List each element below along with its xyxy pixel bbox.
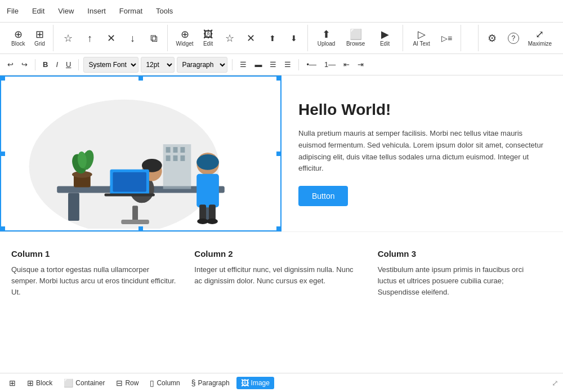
star-button[interactable]: ☆	[58, 31, 78, 46]
grid-button[interactable]: ⊞ Grid	[29, 27, 50, 49]
hero-text-block: Hello World! Nulla pretium mauris at sem…	[282, 75, 563, 231]
ai-text-label: AI Text	[413, 41, 430, 47]
status-layout-icon[interactable]: ⊞	[5, 377, 20, 389]
underline-button[interactable]: U	[63, 57, 74, 73]
workspace-illustration	[1, 77, 280, 229]
menu-edit[interactable]: Edit	[30, 5, 47, 17]
maximize-icon: ⤢	[535, 29, 544, 39]
bold-button[interactable]: B	[40, 57, 51, 73]
move-up-button[interactable]: ↑	[79, 31, 100, 46]
handle-mb[interactable]	[138, 226, 143, 231]
status-bar: ⊞ ⊞ Block ⬜ Container ⊟ Row ▯ Column § P…	[0, 373, 563, 392]
status-image[interactable]: 🖼 Image	[236, 377, 274, 389]
italic-button[interactable]: I	[53, 57, 61, 73]
media-edit-button[interactable]: ▶ Edit	[371, 27, 399, 49]
undo-button[interactable]: ↩	[5, 57, 16, 73]
svg-rect-11	[113, 172, 146, 192]
star-icon: ☆	[64, 33, 73, 43]
add-block-button[interactable]: ⊕ Block	[8, 27, 28, 49]
font-size-select[interactable]: 12pt	[141, 57, 175, 73]
handle-bl[interactable]	[1, 226, 5, 231]
content-inner: Hello World! Nulla pretium mauris at sem…	[0, 75, 563, 315]
svg-rect-5	[121, 220, 149, 224]
svg-rect-12	[105, 193, 155, 196]
handle-tr[interactable]	[276, 76, 281, 81]
duplicate-icon: ⧉	[150, 33, 158, 43]
svg-rect-28	[180, 147, 185, 153]
block-grid-group: ⊕ Block ⊞ Grid	[5, 25, 53, 51]
bullet-list-button[interactable]: •—	[303, 57, 319, 73]
handle-tl[interactable]	[1, 76, 5, 81]
handle-ml[interactable]	[1, 152, 5, 156]
grid-icon: ⊞	[35, 29, 44, 39]
outdent-button[interactable]: ⇤	[341, 57, 352, 73]
status-container-label: Container	[75, 379, 105, 387]
move-down-button[interactable]: ↓	[122, 31, 142, 46]
duplicate-button[interactable]: ⧉	[144, 31, 164, 46]
redo-button[interactable]: ↪	[19, 57, 30, 73]
menu-tools[interactable]: Tools	[154, 5, 175, 17]
close-button[interactable]: ✕	[101, 31, 121, 46]
column-2-body: Integer ut efficitur nunc, vel dignissim…	[194, 264, 359, 287]
align-left-button[interactable]: ☰	[237, 57, 249, 73]
align-center-button[interactable]: ▬	[252, 57, 265, 73]
handle-mr[interactable]	[276, 152, 281, 156]
hero-button[interactable]: Button	[298, 186, 348, 206]
ai-text-icon: ▷	[418, 29, 426, 39]
image-icon: 🖼	[203, 29, 213, 39]
status-paragraph[interactable]: § Paragraph	[187, 377, 234, 389]
align-top-button[interactable]: ⬆	[262, 32, 283, 44]
media-group: ⬆ Upload ⬜ Browse ▶ Edit	[309, 25, 403, 51]
align-right-button[interactable]: ☰	[267, 57, 279, 73]
upload-label: Upload	[318, 41, 336, 47]
status-row-label: Row	[125, 379, 138, 387]
column-3-title: Column 3	[378, 249, 543, 259]
close2-button[interactable]: ✕	[241, 31, 261, 46]
upload-button[interactable]: ⬆ Upload	[312, 27, 341, 49]
media-edit-label: Edit	[380, 41, 390, 47]
indent-button[interactable]: ⇥	[355, 57, 367, 73]
align-base-icon: ⬇	[291, 34, 297, 42]
svg-rect-31	[180, 155, 185, 161]
status-row-icon: ⊟	[116, 378, 123, 387]
handle-mt[interactable]	[138, 76, 143, 81]
menu-view[interactable]: View	[56, 5, 76, 17]
maximize-button[interactable]: ⤢ Maximize	[525, 27, 555, 49]
column-2-block: Column 2 Integer ut efficitur nunc, vel …	[185, 249, 368, 298]
status-column[interactable]: ▯ Column	[145, 377, 184, 389]
formatting-toolbar: ↩ ↪ B I U System Font 12pt Paragraph ☰ ▬…	[0, 54, 563, 75]
align-justify-button[interactable]: ☰	[282, 57, 294, 73]
menu-file[interactable]: File	[5, 5, 21, 17]
hero-image-block[interactable]	[0, 75, 282, 231]
handle-br[interactable]	[276, 226, 281, 231]
font-family-select[interactable]: System Font	[83, 57, 138, 73]
help-button[interactable]: ?	[503, 30, 524, 46]
add-widget-button[interactable]: ⊕ Widget	[172, 27, 196, 49]
paragraph-style-select[interactable]: Paragraph	[177, 57, 227, 73]
status-container[interactable]: ⬜ Container	[59, 377, 109, 389]
status-block[interactable]: ⊞ Block	[23, 377, 57, 389]
ai-text-button[interactable]: ▷ AI Text	[408, 27, 436, 49]
status-expand-icon[interactable]: ⤢	[552, 378, 558, 387]
menu-format[interactable]: Format	[117, 5, 145, 17]
divider-4	[298, 59, 299, 70]
star2-button[interactable]: ☆	[220, 31, 240, 46]
ai-extra-button[interactable]: ▷≡	[437, 32, 457, 44]
browse-button[interactable]: ⬜ Browse	[342, 27, 370, 49]
status-row[interactable]: ⊟ Row	[111, 377, 143, 389]
align-base-button[interactable]: ⬇	[284, 32, 304, 44]
column-1-title: Column 1	[11, 249, 176, 259]
edit-image-button[interactable]: 🖼 Edit	[198, 27, 218, 49]
status-block-label: Block	[36, 379, 52, 387]
svg-rect-26	[166, 147, 171, 153]
column-1-block: Column 1 Quisque a tortor egestas nulla …	[11, 249, 185, 298]
align-top-icon: ⬆	[269, 34, 276, 42]
star2-icon: ☆	[225, 33, 234, 43]
menu-insert[interactable]: Insert	[85, 5, 108, 17]
arrow-down-icon: ↓	[130, 33, 135, 43]
settings-button[interactable]: ⚙	[482, 31, 502, 46]
divider-2	[78, 59, 79, 70]
numbered-list-button[interactable]: 1—	[321, 57, 338, 73]
status-column-label: Column	[157, 379, 180, 387]
status-paragraph-icon: §	[191, 378, 196, 387]
